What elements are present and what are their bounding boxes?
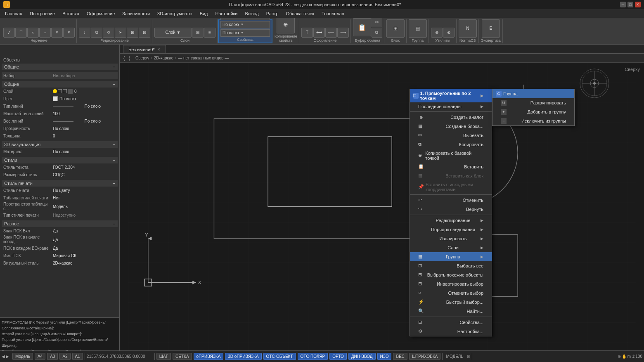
ctx-item-properties[interactable]: ⊞ Свойства...	[410, 318, 492, 327]
statusbar-oprivyazka[interactable]: оПРИВЯЗКА	[194, 353, 224, 360]
ctx-item-create-block[interactable]: ▦ Создание блока...	[410, 122, 492, 131]
statusbar-ots-object[interactable]: ОТС-ОБЪЕКТ	[263, 353, 296, 360]
tb-layer-dropdown[interactable]: Слой ▼	[154, 28, 192, 38]
menu-rastr[interactable]: Растр	[263, 10, 282, 17]
section-styles-header[interactable]: Стили −	[2, 157, 118, 163]
status-arrow-right[interactable]: ▶	[6, 354, 9, 359]
tb-copy-props[interactable]: ⊕	[277, 18, 295, 33]
ctx-item-undo[interactable]: ↩ Отменить	[410, 196, 492, 205]
props-dropdown1[interactable]: По слою▼	[220, 18, 270, 20]
menu-vstavka[interactable]: Вставка	[59, 10, 83, 17]
ctx-item-paste[interactable]: 📋 Вставить	[410, 162, 492, 171]
tb-circle[interactable]: ○	[27, 28, 39, 38]
ctx-item-settings[interactable]: ⚙ Настройка...	[410, 327, 492, 336]
props-dropdown3[interactable]: По слою▼	[220, 29, 270, 37]
tb-dim[interactable]: ⟷	[313, 28, 325, 38]
tb-ekspert[interactable]: E	[482, 19, 500, 38]
tb-dim2[interactable]: ⟸	[325, 28, 337, 38]
submenu-item-group[interactable]: G Группа	[492, 89, 574, 98]
statusbar-tab-model[interactable]: Модель	[12, 353, 33, 360]
ctx-item-header[interactable]: □ 1. Прямоугольник по 2 точкам ▶	[410, 89, 492, 102]
statusbar-din-vvod[interactable]: ДИН-ВВОД	[348, 353, 376, 360]
statusbar-orto[interactable]: ОРТО	[329, 353, 346, 360]
menu-oformlenie[interactable]: Оформление	[83, 10, 118, 17]
tab-close[interactable]: ✕	[157, 47, 161, 52]
tb-dim3[interactable]: ⟹	[337, 28, 349, 38]
submenu-item-addgroup[interactable]: + Добавить в группу	[492, 107, 574, 116]
tb-more1[interactable]: ▼	[51, 28, 63, 38]
tb-copy-btn[interactable]: ⧉	[372, 28, 382, 38]
statusbar-tab-a4[interactable]: A4	[35, 353, 45, 360]
tb-text[interactable]: T	[301, 28, 313, 38]
section-general-header2[interactable]: Общие −	[2, 81, 118, 88]
tb-more2[interactable]: ▼	[63, 28, 75, 38]
menu-topoplан[interactable]: Тополплан	[318, 10, 348, 17]
ctx-item-redo[interactable]: ↪ Вернуть	[410, 205, 492, 214]
ctx-item-recent[interactable]: Последние команды ▶	[410, 102, 492, 111]
ctx-item-invert[interactable]: ⊟ Инвертировать выбор	[410, 279, 492, 289]
menu-oblaka[interactable]: Облака точек	[283, 10, 318, 17]
minimize-button[interactable]: ─	[620, 2, 626, 7]
submenu-item-removegroup[interactable]: − Исключить из группы	[492, 116, 574, 125]
section-print-header[interactable]: Стиль печати −	[2, 180, 118, 187]
breadcrumb-novid[interactable]: — нет связанных видов —	[178, 56, 229, 60]
ctx-item-group[interactable]: ▦ Группа ▶	[410, 252, 492, 261]
tb-scale[interactable]: ⊞	[127, 28, 138, 38]
statusbar-shag[interactable]: ШАГ	[156, 353, 171, 360]
menu-3d[interactable]: 3D-инструменты	[154, 10, 196, 17]
breadcrumb-sverhu[interactable]: Сверху	[135, 56, 149, 60]
tb-trim[interactable]: ✂	[115, 28, 126, 38]
tb-layer-props[interactable]: ⊞	[192, 28, 204, 38]
ctx-item-cut[interactable]: ✂ Вырезать	[410, 131, 492, 140]
ctx-item-isolate[interactable]: Изолировать ▶	[410, 234, 492, 243]
menu-glavnaya[interactable]: Главная	[2, 10, 26, 17]
ctx-item-deselect[interactable]: ○ Отменить выбор	[410, 289, 492, 298]
submenu-item-ungroup[interactable]: U Разгруппировать	[492, 98, 574, 107]
statusbar-ots-polyar[interactable]: ОТС-ПОЛЯР	[298, 353, 328, 360]
ctx-item-quick-select[interactable]: ⚡ Быстрый выбор...	[410, 298, 492, 307]
statusbar-izo[interactable]: ИЗО	[377, 353, 392, 360]
menu-nastroyki[interactable]: Настройки	[212, 10, 241, 17]
menu-zavisimosti[interactable]: Зависимости	[119, 10, 153, 17]
menu-vid[interactable]: Вид	[197, 10, 211, 17]
section-misc-header[interactable]: Разное −	[2, 220, 118, 227]
tb-cut[interactable]: ✂	[372, 18, 382, 27]
ctx-item-edit[interactable]: Редактирование ▶	[410, 216, 492, 225]
breadcrumb-2dkarkac[interactable]: 2D-каркас	[154, 56, 173, 60]
ctx-item-find[interactable]: 🔍 Найти...	[410, 307, 492, 316]
tab-document[interactable]: Без имени0* ✕	[123, 45, 166, 53]
ctx-item-select-all[interactable]: ⊡ Выбрать все	[410, 261, 492, 270]
ctx-item-layers[interactable]: Слои ▶	[410, 243, 492, 252]
tb-otrezok[interactable]: ╱	[3, 28, 15, 38]
tb-insert-block[interactable]: ⊞	[386, 19, 405, 38]
close-button[interactable]: ✕	[635, 2, 641, 7]
tb-util1[interactable]: ⊕	[431, 28, 443, 38]
ctx-item-select-similar[interactable]: ⊞ Выбрать похожие объекты	[410, 270, 492, 279]
statusbar-shtrihovka[interactable]: ШТРИХОВКА	[409, 353, 440, 360]
props-dropdown2[interactable]: По слою▼	[220, 21, 270, 28]
statusbar-tab-a1[interactable]: A1	[72, 353, 83, 360]
menu-vyvod[interactable]: Вывод	[242, 10, 262, 17]
tb-rotate[interactable]: ↻	[103, 28, 114, 38]
tb-mirror[interactable]: ⊟	[139, 28, 150, 38]
restore-button[interactable]: □	[627, 2, 633, 7]
tb-polyline[interactable]: ⌒	[15, 28, 27, 38]
section-3d-header[interactable]: 3D-визуализация −	[2, 141, 118, 148]
statusbar-tab-a2[interactable]: A2	[59, 353, 70, 360]
ctx-item-order[interactable]: Порядок следования ▶	[410, 225, 492, 234]
tb-norma[interactable]: N	[459, 19, 477, 38]
tb-layer-more[interactable]: ≡	[204, 28, 215, 38]
ctx-item-analog[interactable]: ⊕ Создать аналог	[410, 113, 492, 122]
tb-arc[interactable]: ⌢	[39, 28, 51, 38]
section-general-header[interactable]: Общие −	[2, 64, 118, 70]
menu-postroenie[interactable]: Построение	[26, 10, 58, 17]
statusbar-3d-oprivyazka[interactable]: 3D оПРИВЯЗКА	[225, 353, 261, 360]
statusbar-setka[interactable]: СЕТКА	[173, 353, 192, 360]
ctx-item-copy[interactable]: ⧉ Копировать	[410, 140, 492, 149]
tb-group[interactable]: ▦	[409, 19, 427, 38]
status-arrow-left[interactable]: ◀	[2, 354, 5, 359]
tb-copy[interactable]: ⧉	[91, 28, 102, 38]
statusbar-tab-a3[interactable]: A3	[47, 353, 58, 360]
tb-paste-btn[interactable]: 📋	[353, 18, 371, 36]
tb-move[interactable]: ↕	[79, 28, 90, 38]
